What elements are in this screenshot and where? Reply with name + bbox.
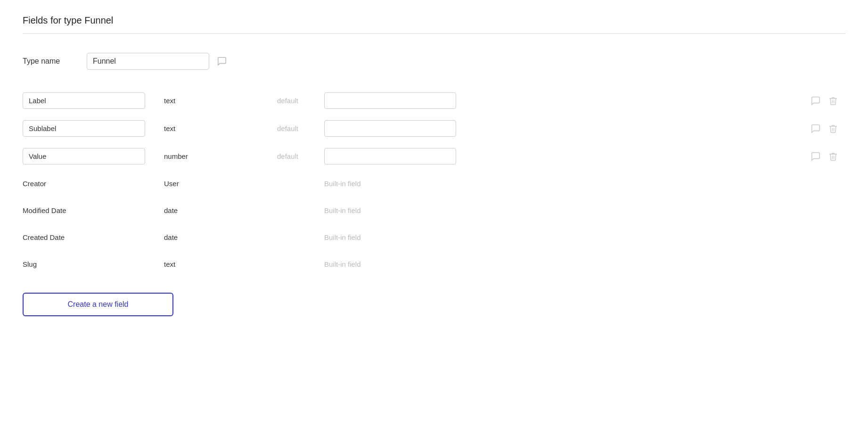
comment-icon-value[interactable] xyxy=(811,151,821,162)
field-row-created-date: Created Date date Built-in field xyxy=(23,224,845,251)
field-actions-label xyxy=(811,96,845,106)
field-type-label: text xyxy=(145,97,277,105)
field-type-value: number xyxy=(145,152,277,160)
field-builtin-created-date: Built-in field xyxy=(277,233,361,241)
field-default-input-value[interactable] xyxy=(324,148,456,164)
field-default-label-sublabel: default xyxy=(277,124,324,132)
field-type-slug: text xyxy=(145,260,277,268)
comment-icon-sublabel[interactable] xyxy=(811,123,821,134)
field-name-input-sublabel[interactable] xyxy=(23,120,145,137)
type-name-row: Type name xyxy=(23,53,845,70)
field-builtin-modified-date: Built-in field xyxy=(277,206,361,214)
delete-icon-label[interactable] xyxy=(828,96,838,106)
field-type-creator: User xyxy=(145,180,277,188)
delete-icon-sublabel[interactable] xyxy=(828,124,838,133)
field-default-label-label: default xyxy=(277,97,324,105)
field-type-sublabel: text xyxy=(145,124,277,132)
field-default-label-value: default xyxy=(277,152,324,160)
type-name-input[interactable] xyxy=(87,53,209,70)
field-type-modified-date: date xyxy=(145,206,277,214)
field-actions-sublabel xyxy=(811,123,845,134)
page-container: Fields for type Funnel Type name text de… xyxy=(0,0,868,427)
field-default-input-label[interactable] xyxy=(324,92,456,109)
field-name-input-label[interactable] xyxy=(23,92,145,109)
field-row-sublabel: text default xyxy=(23,115,845,142)
delete-icon-value[interactable] xyxy=(828,152,838,161)
field-default-input-sublabel[interactable] xyxy=(324,120,456,137)
comment-icon[interactable] xyxy=(217,56,227,66)
field-name-modified-date: Modified Date xyxy=(23,203,145,218)
create-new-field-button[interactable]: Create a new field xyxy=(23,293,173,316)
field-builtin-creator: Built-in field xyxy=(277,180,361,188)
field-name-slug: Slug xyxy=(23,256,145,272)
page-title: Fields for type Funnel xyxy=(23,15,845,34)
field-row-label: text default xyxy=(23,87,845,115)
field-builtin-slug: Built-in field xyxy=(277,260,361,268)
field-row-creator: Creator User Built-in field xyxy=(23,170,845,197)
fields-list: text default xyxy=(23,87,845,278)
field-name-created-date: Created Date xyxy=(23,230,145,245)
field-row-modified-date: Modified Date date Built-in field xyxy=(23,197,845,224)
field-actions-value xyxy=(811,151,845,162)
field-name-input-value[interactable] xyxy=(23,148,145,164)
field-row-slug: Slug text Built-in field xyxy=(23,251,845,278)
field-type-created-date: date xyxy=(145,233,277,241)
field-name-creator: Creator xyxy=(23,176,145,191)
type-name-label: Type name xyxy=(23,57,79,66)
comment-icon-label[interactable] xyxy=(811,96,821,106)
field-row-value: number default xyxy=(23,142,845,170)
